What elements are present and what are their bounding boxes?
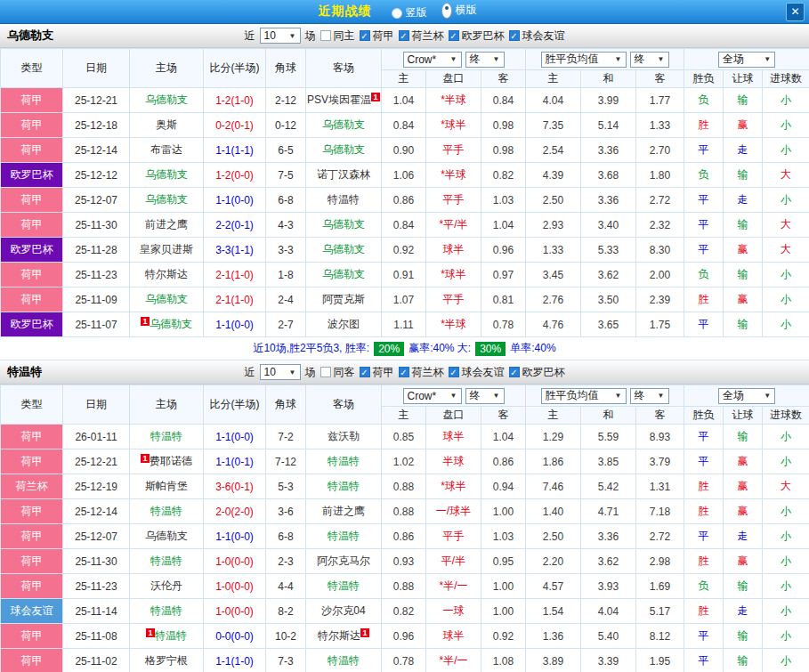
odds-away: 1.04 [481,425,526,449]
chevron-down-icon: ▼ [615,55,622,63]
scope-select[interactable]: 全场▼ [718,52,775,68]
scope-group-header: 全场▼ [684,385,809,407]
match-score: 1-1(0-1) [204,449,266,474]
match-row: 球会友谊25-11-14特温特1-0(0-0)8-2沙尔克040.82一球1.0… [1,599,809,624]
odds-home: 1.06 [382,163,426,188]
wdl-average-select[interactable]: 胜平负均值▼ [541,388,627,404]
close-button[interactable]: ✕ [786,3,805,21]
avg-draw-odds: 5.42 [581,474,636,499]
league-badge: 荷甲 [1,549,63,574]
layout-option-horizontal[interactable]: 横版 [441,3,477,19]
away-team-cell: 乌德勒支 [306,113,382,138]
filter-checkbox[interactable]: ✓欧罗巴杯 [449,28,505,44]
chevron-down-icon: ▼ [450,55,457,63]
filter-checkbox[interactable]: ✓欧罗巴杯 [509,365,565,380]
league-badge: 荷甲 [1,574,63,599]
odds-source-select[interactable]: Crow*▼ [403,388,462,404]
avg-away-odds: 2.72 [636,188,684,213]
wdl-average-select[interactable]: 胜平负均值▼ [541,52,627,68]
recent-count-select[interactable]: 10▼ [260,364,301,380]
col-header: 客场 [306,49,382,88]
corner-count: 1-8 [266,263,306,287]
filter-checkbox[interactable]: ✓球会友谊 [449,365,505,380]
match-score: 3-3(1-1) [204,238,266,263]
filter-checkbox[interactable]: ✓荷甲 [360,28,394,44]
away-team-name: 特温特 [328,579,360,592]
filter-checkbox[interactable]: ✓球会友谊 [509,28,565,44]
avg-home-odds: 2.93 [526,213,581,238]
result-goals: 小 [763,88,809,113]
away-team-name: 特温特 [328,193,360,206]
checkbox-checked-icon: ✓ [449,30,459,41]
recent-count-select[interactable]: 10▼ [260,28,301,44]
odds-home: 0.96 [382,624,426,649]
wdl-final-select[interactable]: 终▼ [630,52,669,68]
odds-home: 0.86 [382,524,426,549]
avg-draw-odds: 3.99 [581,88,636,113]
home-team-name: 乌德勒支 [145,193,188,206]
filter-checkbox[interactable]: ✓荷兰杯 [399,365,444,380]
col-header: 角球 [266,385,306,425]
filter-checkbox[interactable]: 同主 [320,28,355,44]
avg-home-odds: 2.50 [526,524,581,549]
result-handicap: 赢 [724,113,763,138]
match-score: 0-0(0-0) [204,624,266,649]
wdl-final-select[interactable]: 终▼ [630,388,669,404]
odds-final-select[interactable]: 终▼ [465,52,505,68]
result-outcome: 胜 [684,549,724,574]
recent-count-select-value: 10 [264,29,276,42]
result-handicap: 输 [724,624,763,649]
filter-checkbox[interactable]: ✓荷甲 [360,365,394,380]
away-team-cell: 乌德勒支 [306,138,382,163]
odds-handicap: 一/球半 [426,499,481,524]
home-team-name: 奥斯 [156,118,177,131]
result-outcome: 平 [684,138,724,163]
avg-home-odds: 1.54 [526,599,581,624]
match-score: 1-1(0-0) [204,312,266,337]
filter-checkbox[interactable]: 同客 [320,365,355,380]
result-handicap: 输 [724,574,763,599]
match-date: 25-11-07 [63,312,130,337]
avg-draw-odds: 5.14 [581,113,636,138]
checkbox-checked-icon: ✓ [509,367,520,377]
result-outcome: 胜 [684,599,724,624]
col-header: 主场 [130,385,204,425]
filter-checkbox[interactable]: ✓荷兰杯 [399,28,444,44]
home-team-name: 特温特 [150,555,182,567]
home-team-cell: 乌德勒支 [130,188,204,213]
odds-handicap: 一球 [426,599,481,624]
scope-select-value: 全场 [723,388,744,403]
layout-option-label: 竖版 [406,5,427,20]
result-outcome: 胜 [684,113,724,138]
result-handicap: 赢 [724,449,763,474]
team-section-header: 乌德勒支近10▼场同主✓荷甲✓荷兰杯✓欧罗巴杯✓球会友谊 [0,24,809,48]
col-header: 日期 [63,49,130,88]
away-team-name: 阿尔克马尔 [317,555,370,567]
avg-home-odds: 2.50 [526,188,581,213]
odds-home: 0.93 [382,549,426,574]
scope-select-group: 全场▼ [718,388,775,404]
avg-home-odds: 2.76 [526,287,581,312]
odds-source-select[interactable]: Crow*▼ [403,52,462,68]
scope-select[interactable]: 全场▼ [718,388,775,404]
window-title: 近期战绩 [319,4,372,20]
odds-final-select[interactable]: 终▼ [465,388,505,404]
wdl-select-group: 胜平负均值▼终▼ [541,52,669,68]
odds-final-select-value: 终 [470,388,481,403]
layout-option-vertical[interactable]: 竖版 [392,5,427,20]
recent-count-select-value: 10 [264,366,276,378]
matches-table: 类型日期主场比分(半场)角球客场Crow*▼终▼胜平负均值▼终▼全场▼主盘口客主… [0,385,809,672]
odds-away: 0.97 [481,263,526,287]
odds-handicap: *半球 [426,88,481,113]
filter-controls: 近10▼场同客✓荷甲✓荷兰杯✓球会友谊✓欧罗巴杯 [245,364,565,380]
corner-count: 5-3 [266,474,306,499]
home-team-cell: 前进之鹰 [130,213,204,238]
avg-away-odds: 5.17 [636,599,684,624]
rank-badge: 1 [371,93,380,101]
match-date: 25-12-07 [63,524,130,549]
away-team-name: 乌德勒支 [322,218,365,231]
wdl-group-header: 胜平负均值▼终▼ [526,385,684,407]
match-date: 25-11-30 [63,213,130,238]
odds-home: 0.88 [382,499,426,524]
avg-away-odds: 7.18 [636,499,684,524]
